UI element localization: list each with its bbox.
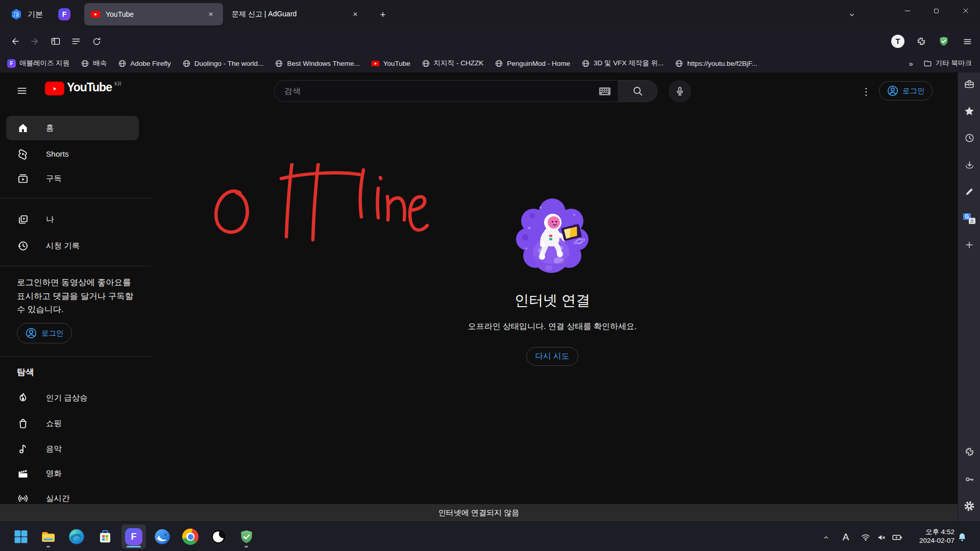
window-close-button[interactable] [952,0,979,21]
sidebar-item-you[interactable]: 나 [6,207,139,232]
bookmark-item[interactable]: PenguinMod - Home [492,57,573,70]
sidebar-item-subscriptions[interactable]: 구독 [6,166,139,191]
shopping-bag-icon [17,417,29,430]
active-indicator [127,546,141,548]
taskbar-app-utility[interactable] [206,524,231,549]
offline-astronaut-illustration [514,196,591,278]
taskbar-app-adguard[interactable] [234,524,259,549]
taskbar-app-chrome[interactable] [178,524,203,549]
notifications-bell-icon[interactable] [954,531,970,544]
window-minimize-button[interactable] [894,0,921,21]
bookmark-item[interactable]: YouTube [368,57,413,70]
youtube-favicon-icon [371,59,380,68]
search-box[interactable] [274,80,619,102]
taskbar-app-microsoft-store[interactable] [93,524,117,549]
tab-title: 문제 신고 | AdGuard [232,10,344,19]
bookmark-item[interactable]: Best Windows Theme... [272,57,362,70]
music-note-icon [17,443,29,455]
offline-status-bar: 인터넷에 연결되지 않음 [0,504,958,521]
home-icon [17,122,29,134]
profile-name: 기본 [28,10,43,19]
browser-logo-icon[interactable]: F [58,8,70,20]
floorp-favicon-icon: F [7,59,16,68]
bookmark-item[interactable]: 3D 및 VFX 제작을 위... [578,57,667,70]
wifi-icon[interactable] [857,531,874,544]
tab-close-icon[interactable]: ✕ [349,8,361,20]
bookmark-item[interactable]: Adobe Firefly [115,57,174,70]
adguard-extension-icon[interactable] [935,33,952,50]
browser-tab-bar: 기본 F YouTube ✕ 문제 신고 | AdGuard ✕ + [0,0,980,29]
ime-indicator[interactable]: A [838,531,853,544]
sidebar-item-music[interactable]: 음악 [6,437,139,461]
tab-close-icon[interactable]: ✕ [205,8,217,20]
bookmarks-bar: F 애블레이즈 지원 배속 Adobe Firefly Duolingo - T… [0,54,980,72]
other-bookmarks-folder[interactable]: 기타 북마크 [920,57,975,70]
settings-gear-icon[interactable] [961,498,977,514]
search-button[interactable] [619,80,657,102]
profile-button[interactable]: 기본 [5,4,48,24]
trending-icon [17,392,29,404]
start-button[interactable] [9,524,33,549]
back-button[interactable] [6,33,23,50]
sidebar-toggle-icon[interactable] [47,33,64,50]
window-maximize-button[interactable] [923,0,949,21]
taskbar-clock[interactable]: 오후 4:52 2024-02-07 [919,528,954,545]
globe-icon [581,59,590,68]
new-tab-button[interactable]: + [375,7,390,22]
google-translate-icon[interactable]: G文 [961,210,977,227]
bookmark-item[interactable]: 배속 [78,57,110,70]
tray-overflow-chevron[interactable] [818,531,834,544]
globe-icon [81,59,89,68]
bookmark-item[interactable]: F 애블레이즈 지원 [4,57,72,70]
taskbar-app-edge[interactable] [64,524,89,549]
clock-time: 오후 4:52 [919,528,954,536]
bookmark-item[interactable]: 치지직 - CHZZK [419,57,487,70]
sidebar-item-shopping[interactable]: 쇼핑 [6,411,139,436]
sidebar-item-history[interactable]: 시청 기록 [6,234,139,258]
volume-muted-icon[interactable] [874,531,889,544]
bookmarks-overflow-chevron[interactable]: » [909,59,913,68]
extensions-puzzle-icon[interactable] [913,33,930,50]
sidebar-item-home[interactable]: 홈 [6,116,139,140]
add-panel-plus-icon[interactable] [961,237,977,253]
keyboard-icon[interactable] [599,87,611,96]
offline-handwriting-annotation [204,163,449,260]
tab-youtube[interactable]: YouTube ✕ [84,3,223,26]
reader-list-icon[interactable] [67,33,85,50]
notes-pencil-icon[interactable] [961,184,977,200]
voice-search-button[interactable] [669,80,691,103]
menu-hamburger-icon[interactable] [959,33,976,50]
clock-date: 2024-02-07 [919,536,954,545]
bookmark-item[interactable]: Duolingo - The world... [179,57,267,70]
bookmark-item[interactable]: https://youtu.be/f2BjF... [672,57,760,70]
toolbox-icon[interactable] [961,76,977,92]
extension-t-button[interactable]: T [889,33,906,50]
tab-title: YouTube [106,10,200,18]
library-icon [17,213,29,226]
history-clock-icon[interactable] [961,130,977,146]
sidebar-signin-button[interactable]: 로그인 [17,323,72,343]
explore-heading: 탐색 [17,366,34,378]
signin-button[interactable]: 로그인 [879,81,933,101]
reload-button[interactable] [88,33,105,50]
downloads-icon[interactable] [961,157,977,173]
search-input[interactable] [284,87,599,96]
bookmarks-star-icon[interactable] [961,103,977,119]
retry-button[interactable]: 다시 시도 [526,347,578,366]
browser-nav-bar: https://www.youtube.com/ A文 T [0,29,980,54]
sidebar-item-movies[interactable]: 영화 [6,461,139,486]
taskbar-app-floorp[interactable]: F [121,524,146,549]
guide-sidebar: 홈 Shorts 구독 나 시청 기록 로그인하면 동영상에 좋아요를 표시하고… [0,72,151,521]
sidebar-item-shorts[interactable]: Shorts [6,142,139,166]
forward-button[interactable] [27,33,44,50]
list-all-tabs-button[interactable] [843,7,861,22]
passwords-key-icon[interactable] [961,471,977,487]
globe-icon [495,59,503,68]
taskbar-app-whale[interactable] [150,524,175,549]
battery-charging-icon[interactable] [889,531,905,544]
settings-kebab-button[interactable]: ⋮ [856,82,876,101]
tab-adguard-report[interactable]: 문제 신고 | AdGuard ✕ [226,3,368,26]
extensions-puzzle-icon[interactable] [961,443,977,460]
taskbar-app-file-explorer[interactable] [36,524,61,549]
sidebar-item-trending[interactable]: 인기 급상승 [6,386,139,410]
